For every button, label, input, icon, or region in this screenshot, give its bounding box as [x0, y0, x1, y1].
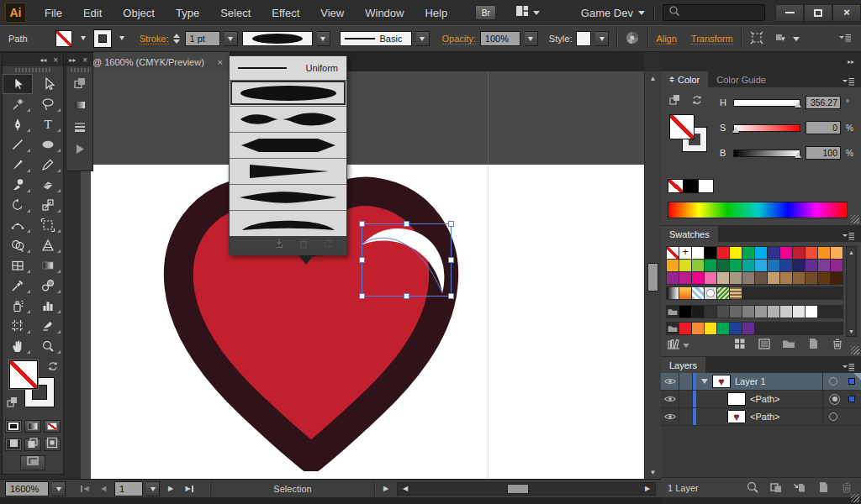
vertical-scroll-thumb[interactable]	[647, 263, 658, 291]
swatch[interactable]	[818, 260, 830, 271]
save-profile-icon[interactable]	[272, 237, 286, 254]
scroll-left-arrow[interactable]: ◀	[398, 482, 413, 496]
scroll-up-arrow[interactable]: ▲	[847, 247, 856, 257]
white-swatch[interactable]	[698, 179, 714, 193]
none-button[interactable]	[44, 420, 61, 433]
artboard-number-field[interactable]: 1	[114, 481, 143, 496]
selection-handle[interactable]	[448, 293, 454, 299]
swatch[interactable]	[780, 260, 792, 271]
panel-resize-grip[interactable]	[851, 215, 859, 223]
swatch-registration[interactable]	[679, 247, 691, 259]
fill-dropdown[interactable]	[77, 31, 90, 46]
search-input[interactable]	[663, 4, 765, 21]
slider-handle[interactable]	[795, 98, 801, 108]
swatch[interactable]	[742, 323, 754, 334]
tool-scale[interactable]	[33, 195, 63, 215]
swatch[interactable]	[667, 272, 679, 284]
tool-magic-wand[interactable]	[3, 94, 33, 114]
selection-handle[interactable]	[448, 221, 454, 227]
profile-option-leaf[interactable]	[230, 184, 346, 210]
new-sublayer-icon[interactable]	[792, 480, 807, 496]
tab-color[interactable]: Color	[661, 71, 708, 87]
layer-row[interactable]: ♥<Path>	[661, 408, 861, 426]
swatch[interactable]	[692, 323, 704, 334]
swatch[interactable]	[692, 272, 704, 284]
visibility-eye-icon[interactable]	[661, 373, 679, 390]
minimize-button[interactable]	[775, 4, 804, 22]
gradient-panel-icon[interactable]	[66, 96, 92, 118]
swatch[interactable]	[742, 272, 754, 284]
menu-file[interactable]: File	[45, 7, 62, 19]
profile-option-dome[interactable]	[230, 210, 346, 236]
tool-eraser[interactable]	[33, 175, 63, 195]
gradient-button[interactable]	[24, 420, 41, 433]
slider-handle[interactable]	[795, 149, 801, 158]
prev-artboard-button[interactable]: ◀	[96, 482, 111, 496]
align-link[interactable]: Align	[656, 34, 676, 45]
swatch[interactable]	[679, 260, 691, 271]
panel-resize-grip[interactable]	[851, 346, 859, 354]
tool-blend[interactable]	[33, 276, 63, 296]
make-clipping-mask-icon[interactable]	[769, 480, 784, 496]
tool-shape-builder[interactable]	[3, 235, 33, 255]
lock-cell[interactable]	[679, 391, 693, 407]
brush-field[interactable]: Basic	[340, 31, 412, 46]
none-swatch[interactable]	[668, 179, 684, 193]
horizontal-scrollbar[interactable]: ◀ ▶	[397, 482, 656, 496]
select-similar-dropdown[interactable]	[793, 37, 800, 45]
swatch[interactable]	[818, 247, 830, 259]
width-profile-field[interactable]	[242, 31, 313, 46]
expand-icon[interactable]: ▸▸	[69, 56, 76, 64]
profile-option-hexagon[interactable]	[230, 132, 346, 158]
swatch[interactable]	[717, 272, 729, 284]
stroke-panel-link[interactable]: Stroke:	[140, 34, 169, 45]
swatch-pattern[interactable]	[717, 287, 729, 299]
artboard-dropdown[interactable]	[146, 481, 160, 496]
swatch[interactable]	[755, 247, 767, 259]
libraries-dropdown[interactable]	[683, 344, 689, 351]
tab-swatches[interactable]: Swatches	[661, 226, 718, 242]
swatch[interactable]	[705, 247, 716, 259]
layer-thumbnail[interactable]: ♥	[712, 375, 731, 388]
maximize-button[interactable]	[804, 4, 832, 22]
swatch[interactable]	[831, 247, 843, 259]
swatch[interactable]	[742, 306, 754, 318]
scroll-up-arrow[interactable]: ▲	[645, 71, 661, 85]
close-button[interactable]: ×	[832, 4, 861, 22]
recolor-artwork-icon[interactable]	[625, 30, 640, 47]
swatch[interactable]	[831, 260, 843, 271]
selection-handle[interactable]	[359, 257, 365, 263]
stroke-weight-stepper[interactable]	[173, 30, 180, 47]
style-dropdown[interactable]	[595, 31, 609, 46]
bounding-box-icon[interactable]	[749, 30, 764, 47]
swatch[interactable]	[806, 306, 817, 318]
profile-option-uniform[interactable]: Uniform	[230, 56, 346, 80]
menu-select[interactable]: Select	[220, 7, 251, 19]
collapse-to-icons-icon[interactable]: ▸▸	[848, 58, 854, 66]
swatch[interactable]	[793, 272, 805, 284]
profile-option-ellipse[interactable]	[230, 80, 346, 106]
swatch[interactable]	[780, 247, 792, 259]
slider-value-field[interactable]: 100	[806, 146, 841, 160]
slider-track[interactable]	[733, 99, 800, 107]
tool-mesh[interactable]	[3, 255, 33, 276]
target-circle-icon[interactable]	[829, 394, 840, 405]
lock-cell[interactable]	[679, 373, 693, 390]
swatch[interactable]	[730, 306, 742, 318]
swatch[interactable]	[806, 247, 817, 259]
fill-color-well[interactable]	[669, 114, 695, 139]
delete-profile-icon[interactable]	[297, 237, 310, 254]
menu-help[interactable]: Help	[425, 7, 447, 19]
tool-symbol-sprayer[interactable]	[3, 296, 33, 316]
layer-name[interactable]: <Path>	[750, 412, 779, 422]
opacity-link[interactable]: Opacity:	[442, 34, 476, 45]
tab-layers[interactable]: Layers	[661, 357, 705, 373]
opacity-field[interactable]: 100%	[480, 31, 520, 46]
close-icon[interactable]: ×	[82, 55, 87, 65]
menu-type[interactable]: Type	[176, 7, 199, 19]
swatch[interactable]	[742, 247, 754, 259]
brush-dropdown[interactable]	[416, 31, 430, 46]
swatch[interactable]	[679, 272, 691, 284]
opacity-dropdown[interactable]	[525, 31, 538, 46]
width-profile-dropdown[interactable]	[317, 31, 330, 46]
